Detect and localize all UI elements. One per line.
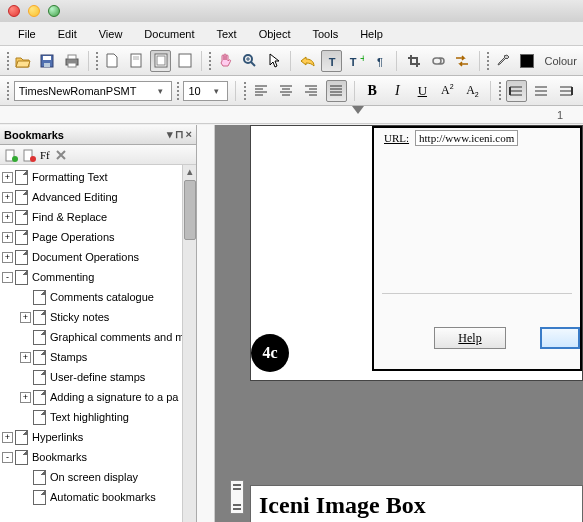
expand-icon[interactable]: + bbox=[2, 192, 13, 203]
bookmark-item[interactable]: Automatic bookmarks bbox=[0, 487, 196, 507]
align-center-button[interactable] bbox=[276, 80, 297, 102]
list-center-button[interactable] bbox=[531, 80, 552, 102]
bookmark-item[interactable]: +Hyperlinks bbox=[0, 427, 196, 447]
zoom-tool-button[interactable] bbox=[239, 50, 260, 72]
font-name-combo[interactable]: TimesNewRomanPSMT ▾ bbox=[14, 81, 172, 101]
color-swatch-button[interactable] bbox=[516, 50, 537, 72]
swap-button[interactable] bbox=[452, 50, 473, 72]
scrollbar-thumb[interactable] bbox=[184, 180, 196, 240]
bookmark-item[interactable]: +Document Operations bbox=[0, 247, 196, 267]
bold-button[interactable]: B bbox=[362, 80, 383, 102]
toolbar-grip[interactable] bbox=[486, 51, 490, 71]
zoom-window-button[interactable] bbox=[48, 5, 60, 17]
hand-tool-button[interactable] bbox=[215, 50, 236, 72]
page-new-button[interactable] bbox=[102, 50, 123, 72]
bookmark-item[interactable]: +Advanced Editing bbox=[0, 187, 196, 207]
expand-icon[interactable]: + bbox=[2, 212, 13, 223]
panel-pin-icon[interactable]: ⊓ bbox=[175, 128, 184, 141]
expand-icon[interactable]: + bbox=[20, 352, 31, 363]
toolbar-grip[interactable] bbox=[208, 51, 212, 71]
page-slider[interactable] bbox=[230, 480, 244, 514]
url-field[interactable]: http://www.iceni.com bbox=[415, 130, 518, 146]
toolbar-grip[interactable] bbox=[498, 81, 502, 101]
open-button[interactable] bbox=[13, 50, 34, 72]
help-button[interactable]: Help bbox=[434, 327, 506, 349]
delete-bookmark-icon[interactable] bbox=[22, 148, 36, 162]
close-window-button[interactable] bbox=[8, 5, 20, 17]
underline-button[interactable]: U bbox=[412, 80, 433, 102]
horizontal-ruler[interactable]: 1 bbox=[0, 106, 583, 124]
menu-help[interactable]: Help bbox=[350, 25, 393, 43]
bookmark-item[interactable]: +Page Operations bbox=[0, 227, 196, 247]
text-add-button[interactable]: T+ bbox=[345, 50, 366, 72]
align-right-button[interactable] bbox=[301, 80, 322, 102]
collapse-icon[interactable]: - bbox=[2, 272, 13, 283]
align-justify-button[interactable] bbox=[326, 80, 347, 102]
tree-scrollbar[interactable]: ▴ bbox=[182, 165, 196, 522]
paragraph-button[interactable]: ¶ bbox=[369, 50, 390, 72]
menu-file[interactable]: File bbox=[8, 25, 46, 43]
page-width-button[interactable] bbox=[174, 50, 195, 72]
expand-icon[interactable]: + bbox=[2, 432, 13, 443]
bookmark-item[interactable]: User-define stamps bbox=[0, 367, 196, 387]
add-bookmark-icon[interactable] bbox=[4, 148, 18, 162]
minimize-window-button[interactable] bbox=[28, 5, 40, 17]
bookmark-item[interactable]: On screen display bbox=[0, 467, 196, 487]
bookmarks-panel-header[interactable]: Bookmarks ▾ ⊓ × bbox=[0, 125, 196, 145]
expand-icon[interactable]: + bbox=[20, 312, 31, 323]
bookmark-item[interactable]: +Stamps bbox=[0, 347, 196, 367]
menu-edit[interactable]: Edit bbox=[48, 25, 87, 43]
menu-object[interactable]: Object bbox=[249, 25, 301, 43]
bookmark-item[interactable]: -Bookmarks bbox=[0, 447, 196, 467]
toolbar-grip[interactable] bbox=[243, 81, 247, 101]
page-fit-button[interactable] bbox=[150, 50, 171, 72]
ruler-indent-marker[interactable] bbox=[352, 106, 364, 114]
list-right-button[interactable] bbox=[556, 80, 577, 102]
font-size-combo[interactable]: 10 ▾ bbox=[183, 81, 227, 101]
align-left-button[interactable] bbox=[250, 80, 271, 102]
subscript-button[interactable]: A2 bbox=[462, 80, 483, 102]
menu-text[interactable]: Text bbox=[207, 25, 247, 43]
toolbar-grip[interactable] bbox=[95, 51, 99, 71]
bookmark-item[interactable]: Graphical comments and m bbox=[0, 327, 196, 347]
superscript-button[interactable]: A2 bbox=[437, 80, 458, 102]
expand-icon[interactable]: + bbox=[2, 172, 13, 183]
bookmark-item[interactable]: +Adding a signature to a pa bbox=[0, 387, 196, 407]
bookmark-item[interactable]: +Find & Replace bbox=[0, 207, 196, 227]
document-canvas[interactable]: URL: http://www.iceni.com Help 4c Iceni … bbox=[215, 125, 583, 522]
panel-menu-icon[interactable]: ▾ bbox=[167, 128, 173, 141]
save-button[interactable] bbox=[37, 50, 58, 72]
toolbar-grip[interactable] bbox=[6, 81, 10, 101]
menu-view[interactable]: View bbox=[89, 25, 133, 43]
dialog-primary-button[interactable] bbox=[540, 327, 580, 349]
link-button[interactable] bbox=[427, 50, 448, 72]
eyedropper-button[interactable] bbox=[492, 50, 513, 72]
undo-button[interactable] bbox=[297, 50, 318, 72]
toolbar-grip[interactable] bbox=[176, 81, 180, 101]
expand-icon[interactable]: + bbox=[20, 392, 31, 403]
bookmark-item[interactable]: Comments catalogue bbox=[0, 287, 196, 307]
bookmark-item[interactable]: +Sticky notes bbox=[0, 307, 196, 327]
bookmark-item[interactable]: +Formatting Text bbox=[0, 167, 196, 187]
scroll-up-icon[interactable]: ▴ bbox=[183, 165, 196, 179]
toolbar-grip[interactable] bbox=[6, 51, 10, 71]
menu-tools[interactable]: Tools bbox=[302, 25, 348, 43]
list-left-button[interactable] bbox=[506, 80, 527, 102]
vertical-ruler[interactable] bbox=[197, 125, 215, 522]
bookmark-item[interactable]: Text highlighting bbox=[0, 407, 196, 427]
bookmark-options-icon[interactable] bbox=[54, 148, 68, 162]
panel-close-icon[interactable]: × bbox=[186, 128, 192, 141]
text-tool-button[interactable]: T bbox=[321, 50, 342, 72]
bookmark-item[interactable]: -Commenting bbox=[0, 267, 196, 287]
page-single-button[interactable] bbox=[126, 50, 147, 72]
crop-button[interactable] bbox=[403, 50, 424, 72]
chevron-down-icon: ▾ bbox=[211, 86, 223, 96]
menu-document[interactable]: Document bbox=[134, 25, 204, 43]
bookmark-font-button[interactable]: Ff bbox=[40, 149, 50, 161]
print-button[interactable] bbox=[61, 50, 82, 72]
expand-icon[interactable]: + bbox=[2, 252, 13, 263]
collapse-icon[interactable]: - bbox=[2, 452, 13, 463]
expand-icon[interactable]: + bbox=[2, 232, 13, 243]
italic-button[interactable]: I bbox=[387, 80, 408, 102]
pointer-tool-button[interactable] bbox=[263, 50, 284, 72]
